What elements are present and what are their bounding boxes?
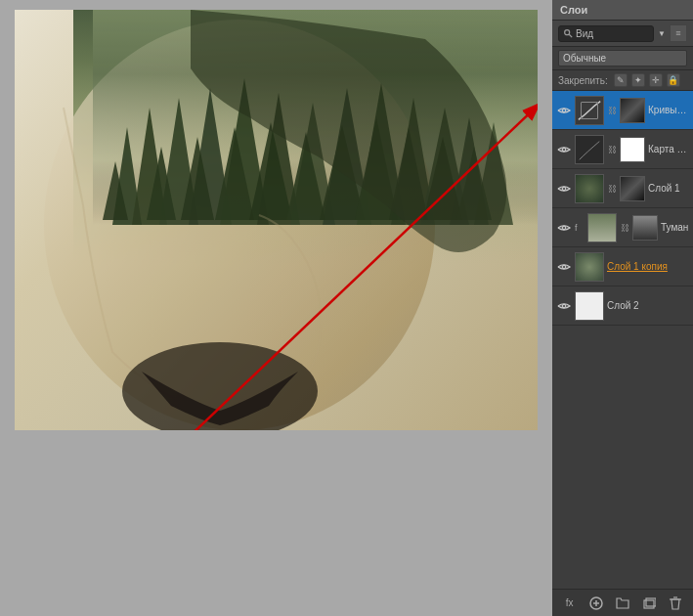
layer-link-curves1: ⛓ — [607, 96, 617, 125]
thumb-fog-bg — [588, 214, 616, 242]
pin-icons-group: ✎ ✦ ✛ 🔒 — [614, 73, 680, 87]
mask-fog-bg — [633, 216, 657, 240]
thumb-curves1-bg — [576, 97, 603, 124]
visibility-toggle-curves1[interactable] — [556, 103, 572, 118]
eye-icon-fog — [557, 223, 571, 233]
thumb-layer1copy — [575, 252, 604, 282]
canvas-area — [0, 0, 552, 616]
canvas-image — [15, 10, 538, 430]
mask-white-gradient — [621, 138, 644, 161]
folder-icon — [616, 597, 629, 609]
thumb-layer2-bg — [576, 292, 603, 320]
thumb-gradient-bg — [576, 136, 603, 163]
mask-dark-layer1 — [621, 177, 644, 200]
thumb-layer1copy-bg — [576, 253, 603, 281]
layer-link-layer1: ⛓ — [607, 174, 617, 203]
layer-name-curves1: Кривые 1 — [648, 105, 689, 115]
thumb-fog — [587, 213, 617, 242]
panel-title-text: Слои — [560, 4, 587, 16]
eye-icon-curves1 — [557, 106, 571, 115]
pin-paint-icon[interactable]: ✎ — [614, 73, 628, 87]
trees-svg — [15, 10, 538, 430]
eye-icon-layer2 — [557, 301, 571, 311]
layer-link-fog: ⛓ — [620, 213, 629, 242]
new-layer-icon — [642, 596, 656, 610]
search-icon — [563, 28, 573, 38]
layer-name-layer1: Слой 1 — [648, 183, 689, 194]
blend-mode-value: Обычные — [563, 53, 606, 64]
add-folder-button[interactable] — [614, 594, 631, 612]
layer-name-fog: Туман — [661, 222, 689, 233]
search-text: Вид — [576, 28, 593, 39]
pin-star-icon[interactable]: ✦ — [631, 73, 645, 87]
search-dropdown-arrow[interactable]: ▼ — [658, 29, 666, 38]
pin-lock-icon[interactable]: 🔒 — [667, 73, 680, 87]
mask-dark-curves1 — [621, 99, 644, 122]
svg-point-29 — [565, 30, 570, 35]
delete-layer-button[interactable] — [667, 594, 684, 612]
adjustment-icon — [589, 596, 603, 610]
link-icon-layer1: ⛓ — [608, 184, 617, 194]
eye-icon-gradient — [557, 145, 571, 154]
layer-name-gradient: Карта град. — [648, 144, 689, 154]
visibility-toggle-gradient[interactable] — [556, 142, 572, 157]
pin-move-icon[interactable]: ✛ — [649, 73, 663, 87]
pin-label: Закрепить: — [558, 75, 608, 86]
layer-row-layer1copy[interactable]: Слой 1 копия — [552, 247, 693, 286]
thumb-layer1-bg — [576, 175, 603, 202]
mask-thumb-gradient — [620, 137, 645, 162]
mask-thumb-layer1 — [620, 176, 645, 201]
pin-row: Закрепить: ✎ ✦ ✛ 🔒 — [552, 70, 693, 91]
new-layer-button[interactable] — [640, 594, 658, 612]
layer-row-curves1[interactable]: ⛓ Кривые 1 — [552, 91, 693, 130]
svg-line-30 — [569, 34, 572, 37]
visibility-toggle-layer1copy[interactable] — [556, 259, 572, 275]
eye-icon-layer1 — [557, 184, 571, 194]
visibility-toggle-layer1[interactable] — [556, 181, 572, 197]
layer-row-layer1[interactable]: ⛓ Слой 1 — [552, 169, 693, 208]
panel-bottom: fx — [552, 589, 693, 616]
visibility-toggle-fog[interactable] — [556, 220, 572, 236]
layer-row-fog[interactable]: f ⛓ Туман — [552, 208, 693, 247]
search-row: Вид ▼ ≡ — [552, 21, 693, 47]
link-icon-fog: ⛓ — [621, 223, 629, 233]
layers-list: ⛓ Кривые 1 — [552, 91, 693, 589]
panel-title: Слои — [552, 0, 693, 21]
visibility-toggle-layer2[interactable] — [556, 298, 572, 314]
layer-link-gradient: ⛓ — [607, 135, 617, 164]
layers-panel: Слои Вид ▼ ≡ Обычные Закрепить: ✎ ✦ ✛ 🔒 — [552, 0, 693, 616]
link-icon-gradient: ⛓ — [608, 145, 617, 154]
blend-mode-select[interactable]: Обычные — [558, 50, 687, 66]
fx-label-fog: f — [575, 223, 585, 233]
thumb-layer2 — [575, 291, 604, 321]
blend-mode-row: Обычные — [552, 47, 693, 70]
link-icon-curves1: ⛓ — [608, 106, 617, 115]
mask-thumb-curves1 — [620, 98, 645, 123]
fx-button[interactable]: fx — [561, 594, 579, 612]
svg-rect-32 — [576, 97, 603, 124]
thumb-curves1 — [575, 96, 604, 125]
eye-icon-layer1copy — [557, 262, 571, 272]
layer-row-layer2[interactable]: Слой 2 — [552, 286, 693, 326]
layer-name-layer1copy: Слой 1 копия — [607, 261, 689, 272]
search-box[interactable]: Вид — [558, 25, 654, 42]
thumb-layer1 — [575, 174, 604, 203]
layer-row-gradient[interactable]: ⛓ Карта град. — [552, 130, 693, 169]
trash-icon — [670, 596, 681, 610]
fx-icon: fx — [566, 597, 574, 608]
panel-options-button[interactable]: ≡ — [670, 24, 687, 42]
mask-thumb-fog — [632, 215, 658, 241]
layer-name-layer2: Слой 2 — [607, 300, 689, 311]
add-adjustment-button[interactable] — [587, 594, 605, 612]
thumb-gradient — [575, 135, 604, 164]
